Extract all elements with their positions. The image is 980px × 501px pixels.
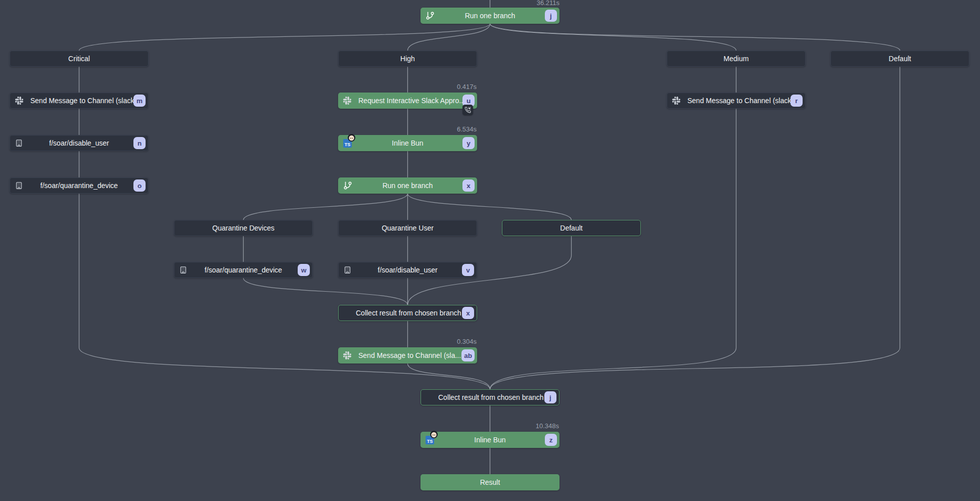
git-branch-icon — [343, 181, 352, 190]
node-request-interactive-slack-approval[interactable]: Request Interactive Slack Appro... u — [338, 93, 477, 109]
typescript-bun-icon: TS — [426, 436, 434, 444]
branch-header-sub-default-selected[interactable]: Default — [502, 220, 641, 236]
building-icon — [179, 266, 187, 274]
node-run-one-branch-outer[interactable]: Run one branch j — [421, 8, 559, 24]
node-sub-disable-user[interactable]: f/soar/disable_user v — [338, 262, 477, 278]
branch-header-default[interactable]: Default — [830, 51, 969, 67]
node-id-badge: ab — [461, 349, 475, 361]
branch-header-quarantine-user[interactable]: Quarantine User — [338, 220, 477, 236]
node-label: Run one branch — [338, 177, 477, 194]
node-label: f/soar/quarantine_device — [174, 262, 312, 278]
node-id-badge: o — [133, 179, 146, 192]
node-label: Collect result from chosen branch — [339, 305, 477, 321]
flow-graph-canvas: 36.211s 0.417s 6.534s 0.304s 10.348s Run… — [0, 0, 980, 501]
typescript-bun-icon: TS — [343, 139, 352, 148]
building-icon — [344, 266, 351, 274]
node-label: Inline Bun — [338, 135, 477, 151]
node-collect-result-outer[interactable]: Collect result from chosen branch j — [421, 389, 559, 405]
node-label: Send Message to Channel (slack) — [10, 93, 148, 109]
node-medium-send-message-slack[interactable]: Send Message to Channel (slack) r — [667, 93, 806, 109]
slack-icon — [343, 97, 351, 105]
node-critical-disable-user[interactable]: f/soar/disable_user n — [10, 135, 149, 151]
node-id-badge: z — [545, 434, 557, 446]
node-label: Collect result from chosen branch — [421, 389, 559, 405]
branch-label: Quarantine Devices — [174, 220, 312, 236]
node-send-message-ab[interactable]: Send Message to Channel (sla... ab — [338, 347, 477, 363]
branch-label: High — [339, 51, 477, 67]
branch-header-critical[interactable]: Critical — [10, 51, 149, 67]
node-id-badge: j — [545, 10, 557, 22]
node-result[interactable]: Result — [421, 474, 559, 490]
branch-label: Default — [502, 220, 640, 236]
slack-icon — [15, 97, 23, 105]
node-critical-send-message-slack[interactable]: Send Message to Channel (slack) m — [10, 93, 149, 109]
node-id-badge: v — [462, 264, 474, 276]
flow-edges — [0, 0, 980, 501]
slack-icon — [343, 351, 351, 359]
node-label: f/soar/disable_user — [10, 135, 148, 151]
branch-header-high[interactable]: High — [338, 51, 477, 67]
node-id-badge: x — [462, 307, 474, 319]
node-inline-bun-y[interactable]: TS Inline Bun y — [338, 135, 477, 151]
node-critical-quarantine-device[interactable]: f/soar/quarantine_device o — [10, 177, 149, 194]
node-inline-bun-z[interactable]: TS Inline Bun z — [421, 432, 559, 448]
node-label: f/soar/quarantine_device — [10, 177, 148, 194]
node-id-badge: w — [298, 264, 310, 276]
node-collect-result-inner[interactable]: Collect result from chosen branch x — [338, 305, 477, 321]
git-branch-icon — [426, 11, 435, 20]
node-label: Run one branch — [421, 8, 559, 24]
node-run-one-branch-inner[interactable]: Run one branch x — [338, 177, 477, 194]
node-label: Result — [421, 474, 559, 490]
node-id-badge: x — [462, 179, 475, 192]
node-label: Inline Bun — [421, 432, 559, 448]
node-id-badge: j — [544, 391, 556, 403]
building-icon — [15, 140, 23, 147]
branch-label: Critical — [10, 51, 148, 67]
bun-logo-icon — [348, 134, 355, 142]
node-label: Send Message to Channel (sla... — [338, 347, 477, 363]
node-id-badge: m — [133, 95, 146, 107]
node-label: Request Interactive Slack Appro... — [338, 93, 477, 109]
node-id-badge: r — [790, 95, 803, 107]
branch-header-medium[interactable]: Medium — [667, 51, 806, 67]
node-id-badge: y — [462, 137, 475, 149]
node-sub-quarantine-device[interactable]: f/soar/quarantine_device w — [174, 262, 313, 278]
node-label: f/soar/disable_user — [339, 262, 477, 278]
branch-header-quarantine-devices[interactable]: Quarantine Devices — [174, 220, 313, 236]
branch-label: Default — [831, 51, 969, 67]
node-label: Send Message to Channel (slack) — [667, 93, 805, 109]
node-id-badge: n — [133, 137, 146, 149]
branch-label: Quarantine User — [339, 220, 477, 236]
phone-incoming-icon — [462, 105, 473, 115]
bun-logo-icon — [430, 431, 438, 438]
slack-icon — [672, 97, 680, 105]
building-icon — [15, 182, 23, 190]
branch-label: Medium — [667, 51, 805, 67]
